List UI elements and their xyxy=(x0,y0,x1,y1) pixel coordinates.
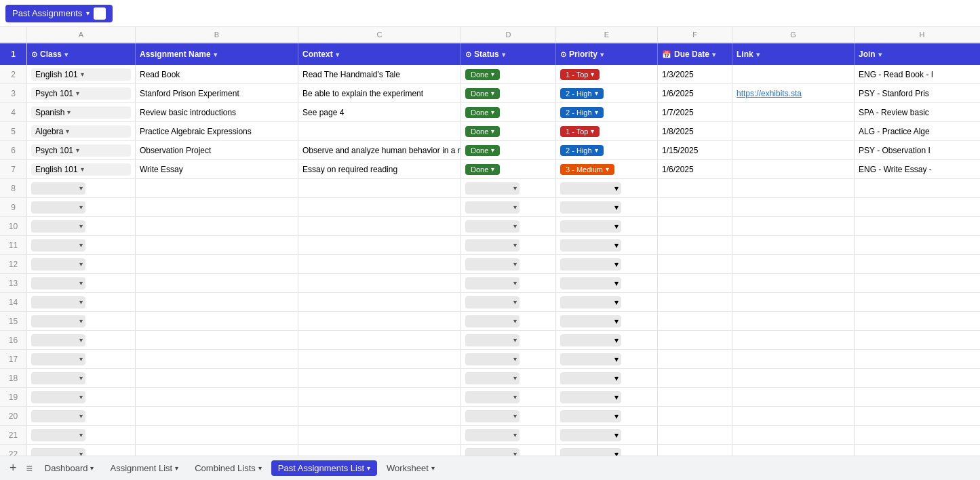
class-cell[interactable]: English 101 ▾ xyxy=(27,160,136,178)
empty-priority-cell[interactable]: ▾ xyxy=(556,426,658,444)
link-cell[interactable] xyxy=(732,65,855,83)
empty-row: 17 ▾ ▾ ▾ xyxy=(0,350,980,369)
empty-priority-cell[interactable]: ▾ xyxy=(556,407,658,425)
empty-priority-cell[interactable]: ▾ xyxy=(556,217,658,235)
empty-status-cell[interactable]: ▾ xyxy=(461,350,556,368)
status-cell[interactable]: Done ▾ xyxy=(461,160,556,178)
context-value: Be able to explain the experiment xyxy=(302,89,423,98)
empty-due-date-cell xyxy=(658,369,732,387)
empty-priority-cell[interactable]: ▾ xyxy=(556,331,658,349)
empty-priority-cell[interactable]: ▾ xyxy=(556,236,658,254)
header-class[interactable]: ⊙ Class ▾ xyxy=(27,43,136,65)
due-date-cell: 1/15/2025 xyxy=(658,141,732,159)
tab-worksheet[interactable]: Worksheet ▾ xyxy=(380,460,442,476)
link-value[interactable]: https://exhibits.sta xyxy=(737,89,802,98)
priority-cell[interactable]: 2 - High ▾ xyxy=(556,84,658,102)
tab-combined-lists[interactable]: Combined Lists ▾ xyxy=(188,460,269,476)
priority-cell[interactable]: 1 - Top ▾ xyxy=(556,65,658,83)
empty-status-cell[interactable]: ▾ xyxy=(461,217,556,235)
empty-status-cell[interactable]: ▾ xyxy=(461,274,556,292)
link-cell[interactable]: https://exhibits.sta xyxy=(732,84,855,102)
empty-status-cell[interactable]: ▾ xyxy=(461,445,556,456)
context-cell: Observe and analyze human behavior in a … xyxy=(298,141,461,159)
header-assignment-name[interactable]: Assignment Name ▾ xyxy=(136,43,298,65)
empty-class-cell[interactable]: ▾ xyxy=(27,426,136,444)
empty-class-cell[interactable]: ▾ xyxy=(27,445,136,456)
empty-class-cell[interactable]: ▾ xyxy=(27,179,136,197)
empty-priority-cell[interactable]: ▾ xyxy=(556,388,658,406)
empty-status-cell[interactable]: ▾ xyxy=(461,331,556,349)
status-cell[interactable]: Done ▾ xyxy=(461,141,556,159)
empty-status-cell[interactable]: ▾ xyxy=(461,198,556,216)
status-cell[interactable]: Done ▾ xyxy=(461,122,556,140)
empty-class-cell[interactable]: ▾ xyxy=(27,274,136,292)
empty-class-cell[interactable]: ▾ xyxy=(27,350,136,368)
empty-class-cell[interactable]: ▾ xyxy=(27,198,136,216)
header-context[interactable]: Context ▾ xyxy=(298,43,461,65)
header-join[interactable]: Join ▾ xyxy=(855,43,980,65)
class-cell[interactable]: Psych 101 ▾ xyxy=(27,84,136,102)
header-due-date[interactable]: 📅 Due Date ▾ xyxy=(658,43,732,65)
link-cell[interactable] xyxy=(732,122,855,140)
empty-class-cell[interactable]: ▾ xyxy=(27,236,136,254)
empty-class-cell[interactable]: ▾ xyxy=(27,217,136,235)
empty-priority-cell[interactable]: ▾ xyxy=(556,274,658,292)
header-status[interactable]: ⊙ Status ▾ xyxy=(461,43,556,65)
status-cell[interactable]: Done ▾ xyxy=(461,65,556,83)
class-cell[interactable]: English 101 ▾ xyxy=(27,65,136,83)
empty-status-cell[interactable]: ▾ xyxy=(461,312,556,330)
empty-priority-cell[interactable]: ▾ xyxy=(556,179,658,197)
tab-dashboard[interactable]: Dashboard ▾ xyxy=(38,460,101,476)
status-cell[interactable]: Done ▾ xyxy=(461,84,556,102)
class-cell[interactable]: Psych 101 ▾ xyxy=(27,141,136,159)
empty-class-cell[interactable]: ▾ xyxy=(27,312,136,330)
empty-priority-cell[interactable]: ▾ xyxy=(556,255,658,273)
empty-priority-cell[interactable]: ▾ xyxy=(556,293,658,311)
tab-past-assignments-list[interactable]: Past Assignments List ▾ xyxy=(271,460,377,476)
empty-priority-cell[interactable]: ▾ xyxy=(556,369,658,387)
empty-status-cell[interactable]: ▾ xyxy=(461,255,556,273)
add-sheet-button[interactable]: + xyxy=(5,461,21,475)
empty-class-cell[interactable]: ▾ xyxy=(27,293,136,311)
sheets-menu-button[interactable]: ≡ xyxy=(24,462,35,475)
empty-priority-cell[interactable]: ▾ xyxy=(556,445,658,456)
class-cell[interactable]: Algebra ▾ xyxy=(27,122,136,140)
empty-priority-cell[interactable]: ▾ xyxy=(556,198,658,216)
empty-class-cell[interactable]: ▾ xyxy=(27,388,136,406)
header-priority[interactable]: ⊙ Priority ▾ xyxy=(556,43,658,65)
empty-row: 20 ▾ ▾ ▾ xyxy=(0,407,980,426)
empty-priority-cell[interactable]: ▾ xyxy=(556,312,658,330)
link-cell[interactable] xyxy=(732,141,855,159)
empty-link-cell xyxy=(732,350,855,368)
priority-cell[interactable]: 3 - Medium ▾ xyxy=(556,160,658,178)
tab-assignment-list[interactable]: Assignment List ▾ xyxy=(103,460,185,476)
empty-link-cell xyxy=(732,236,855,254)
priority-cell[interactable]: 2 - High ▾ xyxy=(556,103,658,121)
priority-cell[interactable]: 1 - Top ▾ xyxy=(556,122,658,140)
empty-class-cell[interactable]: ▾ xyxy=(27,255,136,273)
empty-row: 22 ▾ ▾ ▾ xyxy=(0,445,980,456)
empty-link-cell xyxy=(732,179,855,197)
empty-status-cell[interactable]: ▾ xyxy=(461,179,556,197)
link-cell[interactable] xyxy=(732,160,855,178)
priority-cell[interactable]: 2 - High ▾ xyxy=(556,141,658,159)
empty-status-cell[interactable]: ▾ xyxy=(461,407,556,425)
empty-status-cell[interactable]: ▾ xyxy=(461,426,556,444)
class-dropdown-arrow: ▾ xyxy=(79,260,83,268)
empty-status-cell[interactable]: ▾ xyxy=(461,293,556,311)
empty-status-cell[interactable]: ▾ xyxy=(461,236,556,254)
empty-class-cell[interactable]: ▾ xyxy=(27,369,136,387)
empty-assignment-cell xyxy=(136,312,298,330)
header-link[interactable]: Link ▾ xyxy=(732,43,855,65)
join-cell: ALG - Practice Alge xyxy=(855,122,980,140)
empty-status-cell[interactable]: ▾ xyxy=(461,388,556,406)
status-cell[interactable]: Done ▾ xyxy=(461,103,556,121)
link-cell[interactable] xyxy=(732,103,855,121)
empty-join-cell xyxy=(855,179,980,197)
empty-class-cell[interactable]: ▾ xyxy=(27,407,136,425)
empty-status-cell[interactable]: ▾ xyxy=(461,369,556,387)
class-cell[interactable]: Spanish ▾ xyxy=(27,103,136,121)
sheet-tab-active-top[interactable]: Past Assignments ▾ xyxy=(5,5,113,22)
empty-class-cell[interactable]: ▾ xyxy=(27,331,136,349)
empty-priority-cell[interactable]: ▾ xyxy=(556,350,658,368)
